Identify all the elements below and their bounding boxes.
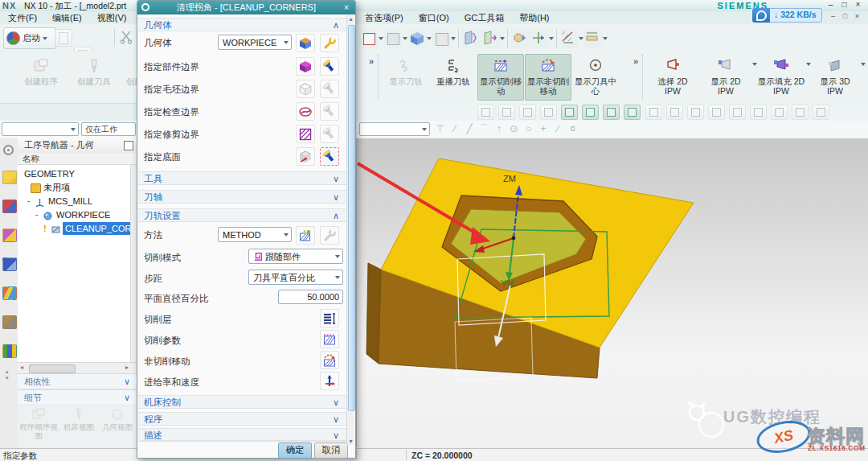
stepover-dropdown[interactable]: 刀具平直百分比 <box>248 270 343 285</box>
history-palette-icon[interactable] <box>2 286 17 300</box>
constraint-navigator-icon[interactable] <box>2 200 17 213</box>
pan-view-icon[interactable] <box>530 29 549 48</box>
check-boundary-flashlight-icon[interactable] <box>320 102 339 121</box>
blank-boundary-icon[interactable] <box>296 80 315 98</box>
cutting-parameters-icon[interactable] <box>320 330 339 348</box>
show-cutting-moves-button[interactable]: 显示切削移动 <box>477 54 524 101</box>
selection-scope-dropdown-2[interactable] <box>359 122 430 136</box>
orient-view-icon[interactable] <box>383 29 403 48</box>
minimize-button[interactable]: – <box>824 0 837 9</box>
geometry-dropdown[interactable]: WORKPIECE <box>218 35 292 50</box>
menu-gc-toolbox[interactable]: GC工具箱 <box>458 11 511 25</box>
new-method-icon[interactable] <box>296 226 315 245</box>
tree-expander[interactable]: - <box>35 208 38 221</box>
cut-levels-icon[interactable] <box>320 309 339 327</box>
method-dropdown[interactable]: METHOD <box>218 227 292 242</box>
snap-point-icon[interactable]: ∕ <box>552 123 564 134</box>
menu-window[interactable]: 窗口(O) <box>412 11 456 25</box>
part-boundary-flashlight-icon[interactable] <box>320 57 339 76</box>
display-mode-icon[interactable] <box>432 29 451 48</box>
show-toolpath-button[interactable]: 显示刀轨 <box>383 54 429 101</box>
scroll-up-icon[interactable]: ▲ <box>347 16 354 22</box>
show-filled-2d-ipw-button[interactable]: 显示填充 2D IPW <box>755 54 807 101</box>
fit-view-icon[interactable] <box>359 29 379 48</box>
menu-edit[interactable]: 编辑(E) <box>46 11 88 25</box>
shaded-view-icon[interactable] <box>407 29 427 48</box>
blank-boundary-flashlight-icon[interactable] <box>320 80 339 98</box>
child-minimize-button[interactable]: – <box>827 12 839 20</box>
details-panel[interactable]: 细节 ∨ <box>18 389 137 405</box>
viewport-toolbar-icon[interactable] <box>771 105 788 120</box>
dialog-scrollbar[interactable]: ▲ ▼ <box>346 15 354 445</box>
dependencies-panel[interactable]: 相依性 ∨ <box>18 373 137 389</box>
scroll-down-icon[interactable]: ▼ <box>347 438 354 444</box>
section-geometry[interactable]: 几何体 ∧ <box>138 18 349 31</box>
snap-point-icon[interactable]: ⌒ <box>478 122 490 136</box>
show-3d-ipw-button[interactable]: 显示 3D IPW <box>810 54 860 101</box>
viewport-toolbar-icon[interactable] <box>645 105 662 120</box>
show-non-cutting-moves-button[interactable]: 显示非切削移动 <box>525 54 571 101</box>
snap-point-icon[interactable]: ¤ <box>567 123 579 134</box>
cut-icon[interactable] <box>119 29 135 47</box>
resource-bar-arrows[interactable]: ▴▾ <box>6 368 9 381</box>
check-boundary-icon[interactable] <box>296 102 315 121</box>
render-style-icon[interactable] <box>603 105 620 120</box>
select-2d-ipw-button[interactable]: 选择 2D IPW <box>648 54 698 101</box>
dialog-close-icon[interactable]: × <box>340 1 353 14</box>
non-cutting-moves-icon[interactable] <box>320 351 339 369</box>
section-machine-control[interactable]: 机床控制 ∨ <box>138 395 349 409</box>
dialog-titlebar[interactable]: 清理拐角 - [CLEANUP_CORNERS] × <box>137 1 355 14</box>
toolbar-overflow[interactable]: » <box>633 56 638 66</box>
scrollbar-thumb[interactable] <box>29 364 76 373</box>
child-close-button[interactable]: × <box>851 12 863 20</box>
reuse-library-icon[interactable] <box>2 315 17 329</box>
show-tool-center-button[interactable]: 显示刀具中心 <box>572 54 619 101</box>
snap-point-icon[interactable]: + <box>537 123 549 134</box>
dialog-scrollbar-thumb[interactable] <box>348 25 355 411</box>
section-path-settings[interactable]: 刀轨设置 ∧ <box>138 208 349 222</box>
section-tool[interactable]: 工具 ∨ <box>138 171 349 185</box>
section-tool-axis[interactable]: 刀轴 ∨ <box>138 190 349 204</box>
edit-geometry-wrench-icon[interactable] <box>320 34 339 52</box>
replay-toolpath-button[interactable]: 重播刀轨 <box>430 54 477 101</box>
viewport-toolbar-icon[interactable] <box>687 105 704 120</box>
machine-tool-navigator-icon[interactable] <box>2 257 17 271</box>
viewport-toolbar-icon[interactable] <box>519 105 536 120</box>
trim-boundary-flashlight-icon[interactable] <box>320 125 339 143</box>
snap-point-icon[interactable]: ○ <box>522 123 534 134</box>
snap-point-icon[interactable]: ↑ <box>493 123 505 134</box>
operation-navigator-icon[interactable] <box>2 228 17 242</box>
resource-gear-icon[interactable] <box>3 145 14 155</box>
restore-button[interactable]: □ <box>837 0 851 9</box>
viewport-toolbar-icon[interactable] <box>540 105 557 120</box>
background-icon[interactable] <box>624 105 641 120</box>
edit-method-wrench-icon[interactable] <box>320 226 339 245</box>
close-button[interactable]: × <box>851 0 865 9</box>
floor-icon[interactable] <box>296 147 315 166</box>
tree-row-unused[interactable]: 未用项 <box>18 181 130 195</box>
child-restore-button[interactable]: □ <box>839 12 851 20</box>
snap-point-icon[interactable]: ∕ <box>448 123 461 134</box>
selection-scope-dropdown[interactable]: 仅在工作部件内 <box>81 122 136 136</box>
tree-row-cleanup-corners[interactable]: ! CLEANUP_COR <box>18 222 130 236</box>
menu-preferences[interactable]: 首选项(P) <box>358 11 410 25</box>
network-speed-badge[interactable]: ↓ 322 KB/s <box>752 8 822 23</box>
viewport-toolbar-icon[interactable] <box>708 105 725 120</box>
menu-view[interactable]: 视图(V) <box>91 11 133 25</box>
cut-pattern-dropdown[interactable]: 跟随部件 <box>248 249 343 264</box>
new-file-icon[interactable] <box>55 29 72 47</box>
assembly-navigator-icon[interactable] <box>2 171 17 184</box>
graphics-window[interactable]: ZM YM <box>356 138 868 447</box>
scroll-left-icon[interactable]: ◂ <box>20 364 23 371</box>
tree-row-geometry[interactable]: GEOMETRY <box>18 167 130 181</box>
new-geometry-icon[interactable] <box>296 34 315 52</box>
edit-section-icon[interactable] <box>481 29 500 48</box>
viewport-toolbar-icon[interactable] <box>498 105 515 120</box>
section-program[interactable]: 程序 ∨ <box>138 412 349 426</box>
tree-row-mcs-mill[interactable]: - MCS_MILL <box>18 195 130 208</box>
dimension-icon[interactable] <box>583 29 603 48</box>
tree-expander[interactable]: - <box>27 195 30 208</box>
feeds-speeds-icon[interactable] <box>320 372 339 390</box>
snap-point-icon[interactable]: ⊤ <box>434 123 446 134</box>
machine-tool-view-button[interactable]: 机床视图 <box>59 407 98 432</box>
